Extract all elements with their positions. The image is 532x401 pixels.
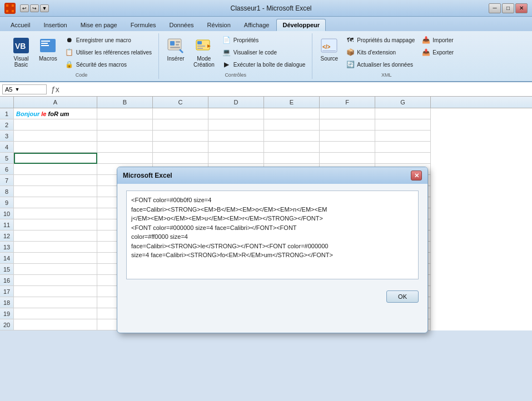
ribbon-tab-bar[interactable]: Accueil Insertion Mise en page Formules …	[0, 17, 532, 31]
refresh-data-icon: 🔄	[346, 60, 355, 69]
mode-creation-icon	[195, 37, 213, 54]
cell-reference-box[interactable]: A5 ▼	[2, 84, 47, 94]
source-icon: </>	[320, 37, 338, 54]
corner-cell	[0, 97, 14, 108]
restore-button[interactable]: □	[502, 3, 514, 13]
quick-access-dropdown[interactable]: ▼	[40, 4, 49, 12]
source-label: Source	[320, 56, 338, 62]
row-header-7[interactable]: 7	[0, 175, 14, 186]
cell-f2[interactable]	[320, 119, 375, 131]
ribbon-group-xml: </> Source 🗺 Propriétés du mappage 📦 Kit…	[312, 33, 460, 79]
col-header-d[interactable]: D	[208, 97, 264, 108]
export-button[interactable]: 📤 Exporter	[419, 47, 456, 58]
row-header-18[interactable]: 18	[0, 297, 14, 308]
cell-c2[interactable]	[153, 119, 208, 131]
cell-a5[interactable]	[14, 153, 97, 164]
svg-rect-18	[170, 47, 180, 48]
cell-g2[interactable]	[375, 119, 431, 131]
source-button[interactable]: </> Source	[317, 34, 341, 64]
row-header-8[interactable]: 8	[0, 186, 14, 197]
code-small-btns: ⏺ Enregistrer une macro 📋 Utiliser les r…	[63, 34, 154, 70]
cell-a1[interactable]: Bonjour le foR um	[14, 108, 97, 119]
code-group-content: VB VisualBasic Macros	[9, 34, 154, 70]
refresh-data-button[interactable]: 🔄 Actualiser les données	[344, 59, 417, 70]
col-header-a[interactable]: A	[14, 97, 97, 108]
run-dialog-button[interactable]: ▶ Exécuter la boîte de dialogue	[220, 59, 308, 70]
run-dialog-icon: ▶	[222, 60, 231, 69]
extension-packs-button[interactable]: 📦 Kits d'extension	[344, 47, 417, 58]
tab-revision[interactable]: Révision	[201, 19, 237, 31]
tab-formules[interactable]: Formules	[125, 19, 162, 31]
relative-refs-button[interactable]: 📋 Utiliser les références relatives	[63, 47, 154, 58]
macros-button[interactable]: Macros	[36, 34, 61, 64]
table-row: 1 Bonjour le foR um	[0, 108, 532, 119]
undo-button[interactable]: ↩	[20, 4, 29, 12]
col-header-g[interactable]: G	[375, 97, 431, 108]
import-button[interactable]: 📥 Importer	[419, 34, 456, 46]
ok-button[interactable]: OK	[386, 290, 419, 303]
row-header-5[interactable]: 5	[0, 153, 14, 164]
mode-creation-label: ModeCréation	[193, 56, 215, 68]
cell-g1[interactable]	[375, 108, 431, 119]
insert-button[interactable]: Insérer	[163, 34, 188, 64]
visual-basic-button[interactable]: VB VisualBasic	[9, 34, 33, 70]
row-header-10[interactable]: 10	[0, 208, 14, 219]
svg-rect-21	[197, 41, 202, 44]
cell-d1[interactable]	[208, 108, 264, 119]
tab-accueil[interactable]: Accueil	[4, 19, 36, 31]
dialog-close-button[interactable]: ✕	[411, 171, 422, 181]
properties-button[interactable]: 📄 Propriétés	[220, 34, 308, 46]
view-code-icon: 💻	[222, 48, 231, 57]
row-header-13[interactable]: 13	[0, 242, 14, 253]
view-code-button[interactable]: 💻 Visualiser le code	[220, 47, 308, 58]
minimize-button[interactable]: ─	[489, 3, 501, 13]
redo-button[interactable]: ↪	[30, 4, 39, 12]
macros-icon	[39, 37, 57, 54]
map-properties-button[interactable]: 🗺 Propriétés du mappage	[344, 34, 417, 46]
record-macro-button[interactable]: ⏺ Enregistrer une macro	[63, 34, 154, 46]
cell-d2[interactable]	[208, 119, 264, 131]
function-wizard-icon[interactable]: ƒx	[49, 85, 62, 94]
close-button[interactable]: ✕	[515, 3, 528, 13]
mode-creation-button[interactable]: ModeCréation	[190, 34, 218, 70]
cell-a3[interactable]	[14, 131, 97, 142]
row-header-9[interactable]: 9	[0, 197, 14, 208]
formula-bar: A5 ▼ ƒx	[0, 82, 532, 97]
xml-import-btns: 📥 Importer 📤 Exporter	[419, 34, 456, 58]
row-header-17[interactable]: 17	[0, 286, 14, 297]
row-header-2[interactable]: 2	[0, 119, 14, 131]
row-header-1[interactable]: 1	[0, 108, 14, 119]
row-header-4[interactable]: 4	[0, 142, 14, 153]
map-properties-icon: 🗺	[346, 36, 355, 44]
cell-e1[interactable]	[264, 108, 320, 119]
cell-ref-dropdown[interactable]: ▼	[14, 87, 19, 92]
cell-b1[interactable]	[97, 108, 153, 119]
macro-security-button[interactable]: 🔒 Sécurité des macros	[63, 59, 154, 70]
col-header-f[interactable]: F	[320, 97, 375, 108]
formula-input[interactable]	[64, 86, 530, 93]
col-header-c[interactable]: C	[153, 97, 208, 108]
row-header-16[interactable]: 16	[0, 275, 14, 286]
tab-developpeur[interactable]: Développeur	[276, 19, 326, 31]
tab-insertion[interactable]: Insertion	[37, 19, 73, 31]
tab-affichage[interactable]: Affichage	[238, 19, 276, 31]
tab-donnees[interactable]: Données	[163, 19, 200, 31]
cell-f1[interactable]	[320, 108, 375, 119]
row-header-15[interactable]: 15	[0, 264, 14, 275]
quick-access-toolbar[interactable]: ↩ ↪ ▼	[20, 4, 49, 12]
row-header-3[interactable]: 3	[0, 131, 14, 142]
col-header-b[interactable]: B	[97, 97, 153, 108]
tab-mise-en-page[interactable]: Mise en page	[74, 19, 123, 31]
row-header-6[interactable]: 6	[0, 164, 14, 175]
cell-b2[interactable]	[97, 119, 153, 131]
row-header-19[interactable]: 19	[0, 308, 14, 319]
row-header-14[interactable]: 14	[0, 253, 14, 264]
cell-c1[interactable]	[153, 108, 208, 119]
row-header-11[interactable]: 11	[0, 219, 14, 230]
cell-a2[interactable]	[14, 119, 97, 131]
cell-e2[interactable]	[264, 119, 320, 131]
col-header-e[interactable]: E	[264, 97, 320, 108]
window-controls[interactable]: ─ □ ✕	[489, 3, 528, 13]
row-header-12[interactable]: 12	[0, 230, 14, 242]
row-header-20[interactable]: 20	[0, 319, 14, 330]
